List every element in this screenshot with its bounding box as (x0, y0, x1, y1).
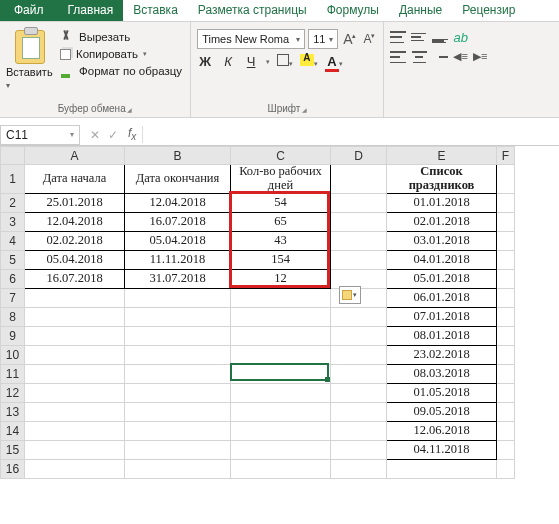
cell[interactable] (25, 345, 125, 364)
cell[interactable] (125, 440, 231, 459)
cell[interactable] (25, 440, 125, 459)
tab-page-layout[interactable]: Разметка страницы (188, 0, 317, 21)
format-painter-button[interactable]: Формат по образцу (60, 64, 182, 78)
col-header-D[interactable]: D (331, 147, 387, 165)
cell[interactable] (231, 345, 331, 364)
cell[interactable]: 12.06.2018 (387, 421, 497, 440)
cell[interactable] (231, 421, 331, 440)
fx-icon[interactable]: fx (128, 126, 143, 142)
row-header[interactable]: 2 (1, 193, 25, 212)
cell[interactable]: 04.01.2018 (387, 250, 497, 269)
dialog-launcher-icon[interactable] (126, 103, 133, 114)
cell[interactable] (331, 402, 387, 421)
cell[interactable] (125, 459, 231, 478)
cell[interactable] (497, 212, 515, 231)
row-header[interactable]: 14 (1, 421, 25, 440)
cell[interactable] (331, 459, 387, 478)
row-header[interactable]: 11 (1, 364, 25, 383)
cell[interactable] (25, 402, 125, 421)
col-header-C[interactable]: C (231, 147, 331, 165)
cell[interactable] (231, 288, 331, 307)
cell[interactable]: 54 (231, 193, 331, 212)
increase-font-button[interactable]: A▴ (341, 31, 358, 47)
col-header-F[interactable]: F (497, 147, 515, 165)
cell[interactable] (25, 326, 125, 345)
cell[interactable] (25, 383, 125, 402)
col-header-E[interactable]: E (387, 147, 497, 165)
cell[interactable] (497, 307, 515, 326)
cell[interactable] (125, 364, 231, 383)
row-header[interactable]: 16 (1, 459, 25, 478)
align-bottom-button[interactable] (432, 30, 448, 44)
cell[interactable]: 154 (231, 250, 331, 269)
cell[interactable] (497, 345, 515, 364)
cell[interactable] (25, 459, 125, 478)
align-center-button[interactable] (411, 50, 427, 64)
worksheet-grid[interactable]: A B C D E F 1Дата началаДата окончанияКо… (0, 146, 559, 479)
row-header[interactable]: 4 (1, 231, 25, 250)
align-middle-button[interactable] (411, 30, 427, 44)
decrease-indent-button[interactable]: ◀≡ (453, 50, 467, 64)
col-header-A[interactable]: A (25, 147, 125, 165)
cell[interactable]: 65 (231, 212, 331, 231)
align-top-button[interactable] (390, 30, 406, 44)
chevron-down-icon[interactable]: ▾ (289, 60, 293, 67)
font-color-button[interactable]: A (325, 54, 338, 72)
tab-data[interactable]: Данные (389, 0, 452, 21)
cell[interactable] (231, 459, 331, 478)
cell[interactable] (125, 345, 231, 364)
cell[interactable]: 43 (231, 231, 331, 250)
dialog-launcher-icon[interactable] (300, 103, 307, 114)
underline-button[interactable]: Ч (243, 54, 259, 69)
cell[interactable]: 11.11.2018 (125, 250, 231, 269)
cell[interactable] (387, 459, 497, 478)
name-box[interactable]: C11 ▾ (0, 125, 80, 145)
cell[interactable] (331, 193, 387, 212)
bold-button[interactable]: Ж (197, 54, 213, 69)
cell[interactable]: 25.01.2018 (25, 193, 125, 212)
tab-review[interactable]: Рецензир (452, 0, 525, 21)
cell[interactable] (331, 212, 387, 231)
cell[interactable] (125, 307, 231, 326)
cell[interactable] (331, 250, 387, 269)
cell[interactable] (231, 440, 331, 459)
cell[interactable]: Кол-во рабочих дней (231, 165, 331, 194)
cell[interactable]: 03.01.2018 (387, 231, 497, 250)
cell[interactable] (125, 326, 231, 345)
cell[interactable]: 12 (231, 269, 331, 288)
cell[interactable] (331, 231, 387, 250)
cell[interactable]: 05.04.2018 (25, 250, 125, 269)
cell[interactable] (125, 288, 231, 307)
cell[interactable]: 06.01.2018 (387, 288, 497, 307)
row-header[interactable]: 12 (1, 383, 25, 402)
row-header[interactable]: 1 (1, 165, 25, 194)
cell[interactable] (125, 402, 231, 421)
cell[interactable] (25, 307, 125, 326)
cell[interactable] (25, 364, 125, 383)
cell[interactable] (125, 421, 231, 440)
cell[interactable] (331, 440, 387, 459)
cell[interactable] (231, 383, 331, 402)
cell[interactable] (497, 250, 515, 269)
cell[interactable] (497, 402, 515, 421)
cell[interactable] (331, 165, 387, 194)
increase-indent-button[interactable]: ▶≡ (473, 50, 487, 64)
cell[interactable]: 01.05.2018 (387, 383, 497, 402)
select-all-button[interactable] (1, 147, 25, 165)
col-header-B[interactable]: B (125, 147, 231, 165)
cell[interactable]: 12.04.2018 (125, 193, 231, 212)
cell[interactable]: 02.01.2018 (387, 212, 497, 231)
cell[interactable] (331, 383, 387, 402)
cell[interactable] (125, 383, 231, 402)
tab-file[interactable]: Файл (0, 0, 58, 21)
cell[interactable] (331, 326, 387, 345)
cell[interactable]: Список праздников (387, 165, 497, 194)
cell[interactable] (331, 307, 387, 326)
cut-button[interactable]: Вырезать (60, 30, 182, 44)
cell[interactable] (231, 364, 331, 383)
row-header[interactable]: 5 (1, 250, 25, 269)
cell[interactable] (25, 421, 125, 440)
paste-button[interactable]: Вставить (6, 26, 54, 101)
decrease-font-button[interactable]: A▾ (361, 32, 377, 46)
cell[interactable]: 23.02.2018 (387, 345, 497, 364)
